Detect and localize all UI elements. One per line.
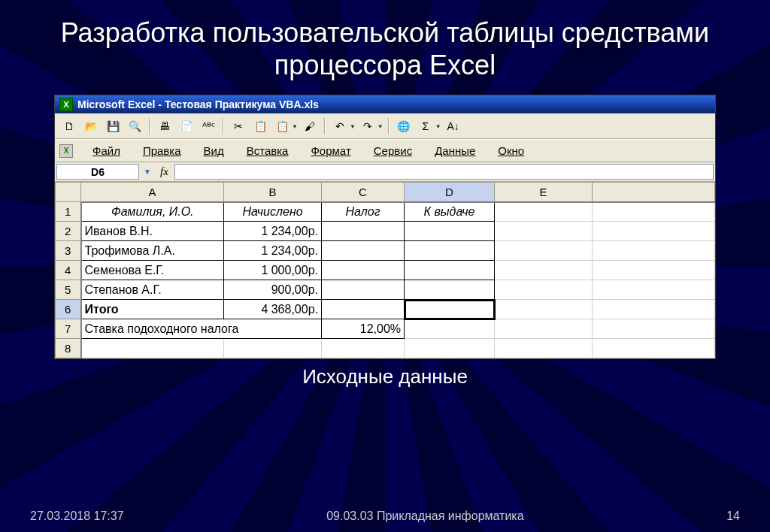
active-cell[interactable] — [405, 300, 495, 319]
cell[interactable] — [593, 319, 715, 339]
menu-tools[interactable]: Сервис — [363, 143, 423, 159]
cell[interactable] — [405, 241, 495, 261]
menubar: X Файл Правка Вид Вставка Формат Сервис … — [55, 139, 715, 162]
redo-button[interactable]: ↷ — [358, 117, 377, 135]
cut-button[interactable]: ✂ — [229, 117, 248, 135]
cell[interactable] — [224, 339, 322, 358]
cell[interactable]: 1 000,00р. — [224, 261, 322, 280]
name-box[interactable]: D6 — [56, 164, 139, 180]
menu-view[interactable]: Вид — [193, 143, 235, 159]
toolbar-separator — [388, 118, 390, 135]
undo-button[interactable]: ↶ — [330, 117, 350, 135]
paste-button[interactable]: 📋 — [272, 117, 292, 135]
cell[interactable] — [322, 300, 405, 319]
cell[interactable] — [322, 261, 405, 280]
cell[interactable] — [495, 300, 593, 319]
redo-dropdown-icon[interactable]: ▼ — [377, 123, 383, 130]
copy-button[interactable]: 📋 — [250, 117, 270, 135]
cell[interactable] — [495, 339, 593, 358]
cell[interactable] — [322, 241, 405, 261]
cell[interactable]: Ставка подоходного налога — [81, 319, 322, 339]
cell[interactable]: Семенова Е.Г. — [81, 261, 224, 280]
open-file-button[interactable]: 📂 — [81, 117, 101, 135]
new-file-button[interactable]: 🗋 — [59, 117, 79, 135]
cell[interactable]: К выдаче — [405, 202, 495, 222]
autosum-button[interactable]: Σ — [416, 117, 435, 135]
cell[interactable] — [495, 222, 593, 241]
row-header[interactable]: 6 — [56, 300, 81, 319]
paste-dropdown-icon[interactable]: ▼ — [292, 123, 298, 130]
cell[interactable] — [495, 202, 593, 222]
cell[interactable] — [405, 280, 495, 300]
row-header[interactable]: 5 — [56, 280, 81, 300]
cell[interactable]: Иванов В.Н. — [81, 222, 224, 241]
cell[interactable]: 1 234,00р. — [224, 241, 322, 261]
fx-button[interactable]: fx — [154, 162, 174, 181]
cell[interactable] — [593, 222, 715, 241]
cell[interactable]: 1 234,00р. — [224, 222, 322, 241]
col-header-A[interactable]: A — [81, 183, 224, 202]
cell[interactable] — [405, 319, 495, 339]
undo-dropdown-icon[interactable]: ▼ — [350, 123, 356, 130]
cell[interactable]: Итого — [81, 300, 224, 319]
menu-format[interactable]: Формат — [300, 143, 361, 159]
cell[interactable] — [81, 339, 224, 358]
footer-page-number: 14 — [726, 509, 740, 523]
row-header[interactable]: 8 — [56, 339, 81, 358]
col-header-C[interactable]: C — [322, 183, 405, 202]
cell[interactable] — [405, 261, 495, 280]
search-button[interactable]: 🔍 — [125, 117, 144, 135]
cell[interactable]: Фамилия, И.О. — [81, 202, 224, 222]
menu-edit[interactable]: Правка — [132, 143, 192, 159]
cell[interactable] — [495, 241, 593, 261]
cell[interactable]: 4 368,00р. — [224, 300, 322, 319]
cell[interactable] — [322, 339, 405, 358]
print-preview-button[interactable]: 📄 — [177, 117, 196, 135]
save-button[interactable]: 💾 — [103, 117, 123, 135]
hyperlink-button[interactable]: 🌐 — [394, 117, 414, 135]
col-header-B[interactable]: B — [224, 183, 322, 202]
cell[interactable] — [495, 319, 593, 339]
cell[interactable]: Трофимова Л.А. — [81, 241, 224, 261]
cell[interactable]: 12,00% — [322, 319, 405, 339]
name-box-dropdown-icon[interactable]: ▼ — [141, 162, 154, 181]
autosum-dropdown-icon[interactable]: ▼ — [435, 123, 441, 130]
menu-file[interactable]: Файл — [82, 143, 131, 159]
cell[interactable] — [405, 339, 495, 358]
menu-insert[interactable]: Вставка — [236, 143, 299, 159]
cell[interactable] — [593, 300, 715, 319]
workbook-icon[interactable]: X — [59, 144, 73, 158]
cell[interactable]: Степанов А.Г. — [81, 280, 224, 300]
spellcheck-button[interactable]: ᴬᴮᶜ — [199, 117, 218, 135]
row-header[interactable]: 2 — [56, 222, 81, 241]
cell[interactable] — [593, 261, 715, 280]
cell[interactable] — [593, 202, 715, 222]
cell[interactable] — [593, 339, 715, 358]
cell[interactable] — [405, 222, 495, 241]
cell[interactable] — [593, 241, 715, 261]
row-header[interactable]: 7 — [56, 319, 81, 339]
sort-button[interactable]: A↓ — [444, 117, 463, 135]
col-header-D[interactable]: D — [405, 183, 495, 202]
spreadsheet-grid: A B C D E 1 Фамилия, И.О. Начислено Нало… — [55, 182, 715, 358]
cell[interactable] — [593, 280, 715, 300]
row-header[interactable]: 4 — [56, 261, 81, 280]
cell[interactable]: Налог — [322, 202, 405, 222]
cell[interactable] — [322, 222, 405, 241]
col-header-rest[interactable] — [593, 183, 715, 202]
formula-input[interactable] — [174, 164, 714, 180]
cell[interactable] — [495, 280, 593, 300]
cell[interactable]: Начислено — [224, 202, 322, 222]
cell[interactable]: 900,00р. — [224, 280, 322, 300]
cell[interactable] — [495, 261, 593, 280]
col-header-E[interactable]: E — [495, 183, 593, 202]
row-header[interactable]: 3 — [56, 241, 81, 261]
format-painter-button[interactable]: 🖌 — [300, 117, 320, 135]
menu-data[interactable]: Данные — [424, 143, 486, 159]
titlebar: X Microsoft Excel - Тестовая Практикума … — [55, 95, 715, 113]
select-all-corner[interactable] — [56, 183, 81, 202]
row-header[interactable]: 1 — [56, 202, 81, 222]
print-button[interactable]: 🖶 — [155, 117, 174, 135]
menu-window[interactable]: Окно — [487, 143, 535, 159]
cell[interactable] — [322, 280, 405, 300]
